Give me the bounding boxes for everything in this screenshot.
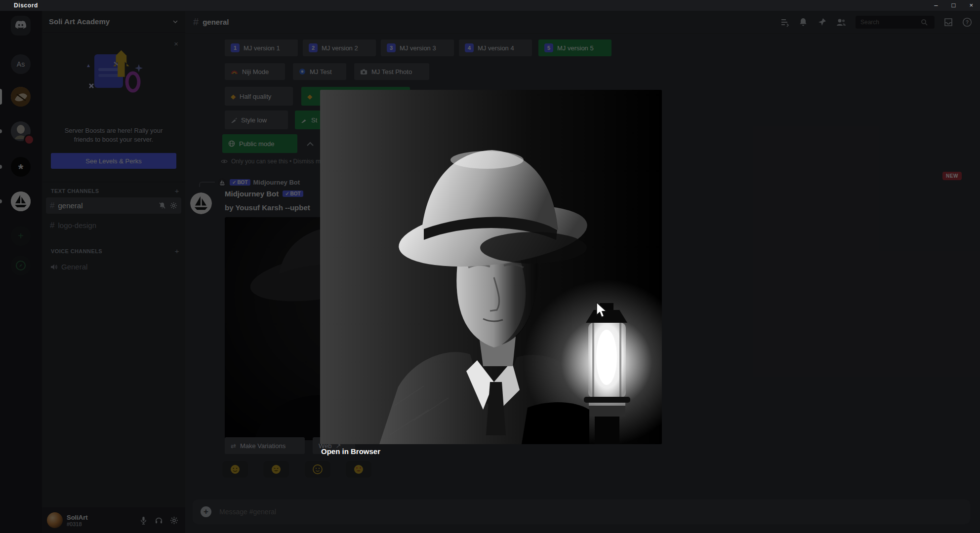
titlebar: Discord – □ × bbox=[0, 0, 980, 11]
discord-window: Discord – □ × As * bbox=[0, 0, 980, 533]
app-logo-text: Discord bbox=[14, 2, 38, 9]
maximize-button[interactable]: □ bbox=[952, 0, 956, 11]
portrait-photo bbox=[320, 90, 662, 444]
lightbox-image[interactable] bbox=[320, 90, 662, 444]
minimize-button[interactable]: – bbox=[934, 0, 938, 11]
open-in-browser-link[interactable]: Open in Browser bbox=[321, 447, 380, 456]
mouse-cursor bbox=[596, 302, 609, 319]
close-button[interactable]: × bbox=[969, 0, 973, 11]
